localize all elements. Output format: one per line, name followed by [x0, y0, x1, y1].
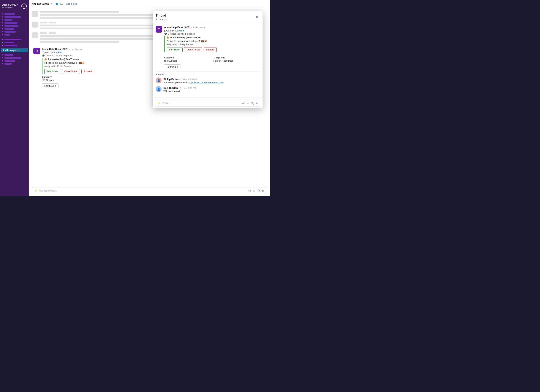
category-value: HR Support	[42, 79, 152, 82]
thread-edit-field-dropdown[interactable]: Edit field ▾	[164, 64, 181, 69]
star-icon[interactable]: ★	[50, 2, 53, 5]
sidebar-item-g2[interactable]	[0, 41, 29, 44]
message-input-box[interactable]: ⚡ Message #ask-it Aa ☺ 📎 ▶	[32, 187, 267, 194]
ticket-number-link[interactable]: #808	[56, 51, 62, 54]
members-icon: 👥	[56, 3, 59, 5]
sidebar-section-2	[0, 38, 29, 47]
bullet-icon	[2, 25, 3, 26]
thread-header: Thread #hr-requests ×	[153, 11, 263, 23]
workspace-chevron-icon: ▾	[17, 4, 18, 6]
reply-time-ben: Today at 2:49 PM	[180, 87, 196, 89]
channel-header: #hr-requests ★ 👥 300 | Add a topic	[29, 0, 270, 8]
bullet-icon	[2, 39, 3, 40]
thread-attach-icon[interactable]: 📎	[251, 102, 254, 105]
thread-timestamp: < 1 minute ago	[191, 26, 205, 29]
channel-meta: 👥 300 | Add a topic	[56, 3, 77, 5]
thread-title: Thread	[155, 14, 168, 18]
reply-item-phillip: 👤 Phillip Barnes Today at 2:48 PM Awesom…	[155, 78, 260, 84]
replies-divider: 2 replies	[155, 71, 260, 78]
bullet-icon	[2, 42, 3, 43]
sidebar-item-8[interactable]	[0, 33, 29, 36]
reply-time-phillip: Today at 2:48 PM	[181, 78, 198, 80]
thread-ticket-number[interactable]: #808	[179, 29, 184, 32]
sidebar-item-label	[5, 16, 21, 18]
message-input-placeholder[interactable]: Message #ask-it	[39, 189, 246, 192]
category-label: Category	[42, 76, 152, 78]
thread-original-message: ⊕ Acme Help Desk APP < 1 minute ago [Ope…	[155, 26, 260, 69]
sidebar-nav: # # hr-requests	[0, 11, 29, 194]
edit-ticket-button[interactable]: Edit Ticket	[44, 69, 60, 74]
thread-ticket-actions: Edit Ticket Close Ticket Expand	[167, 47, 260, 52]
thread-edit-ticket-button[interactable]: Edit Ticket	[167, 47, 183, 52]
sidebar-item-g1[interactable]	[0, 38, 29, 41]
thread-requested-by: 🎨 Requested by @Ben Thorton	[167, 36, 260, 39]
bullet-icon	[2, 34, 3, 35]
thread-ticket-block: 🎨 Requested by @Ben Thorton I'd like to …	[164, 36, 260, 52]
sidebar-item-7[interactable]	[0, 30, 29, 33]
input-icons: Aa ☺ 📎 ▶	[248, 189, 265, 192]
reply-input-box[interactable]: ⚡ Reply... Aa ☺ 📎 ▶	[155, 100, 260, 107]
reply-input-placeholder[interactable]: Reply...	[162, 102, 241, 104]
app-wrapper: Acme Corp. ▾ Jane Doe ✏	[0, 0, 270, 196]
channel-name-label: # hr-requests	[5, 49, 20, 52]
bullet-icon	[2, 31, 3, 32]
sidebar-item-label	[5, 19, 12, 21]
sidebar-item-hr-requests[interactable]: # # hr-requests	[1, 48, 28, 52]
close-ticket-button[interactable]: Close Ticket	[62, 69, 80, 74]
placeholder-avatar	[32, 22, 38, 28]
edit-field-dropdown[interactable]: Edit field ▾	[42, 83, 59, 88]
channel-title: #hr-requests	[32, 2, 49, 5]
sidebar-item-s3-4[interactable]	[0, 62, 29, 65]
app-avatar: ⊕	[33, 48, 40, 54]
sidebar-item-label	[5, 34, 10, 35]
sidebar-item-3[interactable]	[0, 18, 29, 21]
close-thread-button[interactable]: ×	[254, 15, 260, 20]
sidebar-item-1[interactable]	[0, 12, 29, 15]
ben-avatar: 👤	[155, 86, 162, 92]
thread-expand-button[interactable]: Expand	[204, 47, 216, 52]
reply-text-phillip: Awesome, please visit: http://www.ACME.c…	[163, 81, 260, 84]
add-topic-link[interactable]: Add a topic	[66, 3, 77, 5]
reply-text-ben: Will do, thanks!	[163, 90, 260, 93]
emoji-icon[interactable]: ☺	[253, 189, 255, 192]
reply-body-phillip: Phillip Barnes Today at 2:48 PM Awesome,…	[163, 78, 260, 84]
sidebar-item-s3-3[interactable]	[0, 59, 29, 62]
sidebar-item-6[interactable]	[0, 27, 29, 30]
thread-message-header: Acme Help Desk APP < 1 minute ago	[164, 26, 260, 29]
bullet-icon	[2, 19, 3, 20]
thread-assigned-to: Assigned to: Phillip Barnes	[167, 43, 260, 46]
thread-emoji-icon[interactable]: ☺	[247, 102, 250, 105]
sidebar-item-g3[interactable]	[0, 44, 29, 47]
bullet-icon	[2, 22, 3, 24]
reply-item-ben: 👤 Ben Thorton Today at 2:49 PM Will do, …	[155, 86, 260, 93]
sidebar-item-s3-2[interactable]	[0, 56, 29, 59]
reply-link-phillip[interactable]: http://www.ACME.com/new-hire	[189, 81, 223, 84]
expand-button[interactable]: Expand	[81, 69, 94, 74]
thread-close-ticket-button[interactable]: Close Ticket	[184, 47, 202, 52]
attach-icon[interactable]: 📎	[257, 189, 260, 192]
chevron-down-icon: ▾	[55, 84, 56, 87]
sender-name: Acme Help Desk	[42, 48, 61, 50]
send-icon[interactable]: ▶	[262, 189, 265, 192]
thread-aa-icon[interactable]: Aa	[242, 102, 245, 105]
thread-send-icon[interactable]: ▶	[256, 101, 258, 105]
sidebar-section-1	[0, 12, 29, 36]
sidebar-item-4[interactable]	[0, 21, 29, 24]
reply-sender-phillip: Phillip Barnes	[163, 78, 180, 81]
thread-panel: Thread #hr-requests × ⊕ Acme Help Desk A…	[153, 11, 263, 108]
compose-button[interactable]: ✏	[21, 4, 27, 9]
status-online-icon	[2, 7, 4, 8]
thread-sender-name: Acme Help Desk	[164, 26, 183, 29]
thread-triage-value: Human Resources	[213, 59, 260, 62]
sidebar-item-label	[5, 60, 15, 62]
phillip-avatar: 👤	[155, 78, 162, 83]
aa-icon[interactable]: Aa	[248, 189, 251, 192]
thread-app-avatar: ⊕	[155, 26, 162, 33]
sidebar-item-2[interactable]	[0, 15, 29, 18]
sidebar-item-label	[5, 39, 21, 40]
workspace-name[interactable]: Acme Corp. ▾	[2, 3, 18, 6]
bullet-icon	[2, 57, 3, 59]
hash-icon: #	[3, 49, 4, 52]
sidebar-item-s3-1[interactable]	[0, 54, 29, 56]
sidebar-item-5[interactable]	[0, 24, 29, 27]
